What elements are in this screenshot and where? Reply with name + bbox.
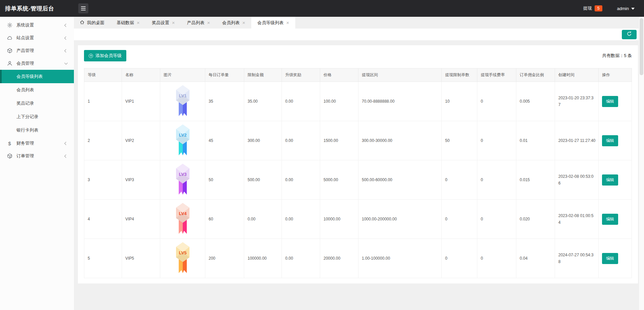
dollar-icon: $ xyxy=(7,141,12,146)
close-icon[interactable]: × xyxy=(242,20,245,25)
sidebar-subitem[interactable]: 会员列表 xyxy=(0,83,74,97)
cell-withdraw-range: 1.00-100000.00 xyxy=(358,239,442,278)
cell-commission: 0.005 xyxy=(516,82,555,121)
cell-name: VIP2 xyxy=(122,121,160,160)
svg-text:LV4: LV4 xyxy=(179,211,187,216)
app-title: 排单系统-管理后台 xyxy=(0,5,74,12)
level-badge-image: LV2 xyxy=(175,124,190,156)
cell-withdraw-limit: 0 xyxy=(442,160,477,200)
tab[interactable]: 奖品设置 × xyxy=(146,17,181,29)
scrollbar-thumb[interactable] xyxy=(640,18,643,75)
close-icon[interactable]: × xyxy=(207,20,210,25)
cell-commission: 0.015 xyxy=(516,160,555,200)
cell-actions: 编辑 xyxy=(599,200,632,239)
user-menu[interactable]: admin xyxy=(617,6,635,11)
table-header-row: 等级名称图片每日订单量限制金额升级奖励价格提现区间提现限制单数提现手续费率订单佣… xyxy=(84,68,632,82)
close-icon[interactable]: × xyxy=(172,20,175,25)
level-badge-image: LV3 xyxy=(175,163,190,196)
cell-actions: 编辑 xyxy=(599,239,632,278)
withdraw-label: 提现 xyxy=(583,5,592,11)
svg-text:LV2: LV2 xyxy=(179,133,186,138)
cell-created-time: 2023-01-27 11:27:40 xyxy=(555,121,599,160)
cell-withdraw-limit: 0 xyxy=(442,239,477,278)
top-header: 排单系统-管理后台 提现 5 admin xyxy=(0,0,644,17)
cell-upgrade-reward: 0.00 xyxy=(282,239,320,278)
cell-actions: 编辑 xyxy=(599,121,632,160)
cell-withdraw-fee: 0 xyxy=(477,160,516,200)
column-header: 价格 xyxy=(320,68,358,82)
edit-button[interactable]: 编辑 xyxy=(602,253,618,264)
cell-withdraw-fee: 0 xyxy=(477,82,516,121)
tab[interactable]: 基础数据 × xyxy=(111,17,146,29)
sidebar-subitem[interactable]: 上下分记录 xyxy=(0,110,74,123)
cell-image: LV1 xyxy=(160,82,205,121)
content-toolbar xyxy=(74,29,644,40)
edit-button[interactable]: 编辑 xyxy=(602,135,618,146)
cell-commission: 0.020 xyxy=(516,200,555,239)
scrollbar[interactable] xyxy=(639,17,644,310)
cell-daily-orders: 200 xyxy=(205,239,244,278)
cell-image: LV3 xyxy=(160,160,205,200)
hamburger-menu-icon[interactable] xyxy=(78,3,88,13)
plus-icon xyxy=(89,54,93,58)
sidebar-subitem[interactable]: 奖品记录 xyxy=(0,97,74,110)
table-row: 5 VIP5 LV5 200 100000.00 0.00 20000.00 1… xyxy=(84,239,632,278)
cell-upgrade-reward: 0.00 xyxy=(282,121,320,160)
cell-price: 1500.00 xyxy=(320,121,358,160)
cell-withdraw-limit: 50 xyxy=(442,121,477,160)
cell-created-time: 2023-02-08 01:00:54 xyxy=(555,200,599,239)
cell-withdraw-fee: 0 xyxy=(477,200,516,239)
cell-name: VIP4 xyxy=(122,200,160,239)
sidebar-subitem[interactable]: 会员等级列表 xyxy=(0,70,74,83)
cell-price: 10000.00 xyxy=(320,200,358,239)
sidebar-item-gear[interactable]: 系统设置 xyxy=(0,19,74,32)
cell-name: VIP1 xyxy=(122,82,160,121)
cell-created-time: 2023-01-20 23:37:37 xyxy=(555,82,599,121)
withdraw-menu[interactable]: 提现 5 xyxy=(583,5,602,11)
user-icon xyxy=(7,61,12,66)
sidebar-item-cube[interactable]: 产品管理 xyxy=(0,44,74,57)
cell-limit-amount: 300.00 xyxy=(244,121,282,160)
tab[interactable]: 产品列表 × xyxy=(181,17,216,29)
table-row: 4 VIP4 LV4 60 0.00 0.00 10000.00 1000.00… xyxy=(84,200,632,239)
member-level-table: 等级名称图片每日订单量限制金额升级奖励价格提现区间提现限制单数提现手续费率订单佣… xyxy=(84,68,632,278)
tab-bar: 我的桌面 × 基础数据 × 奖品设置 × 产品列表 × 会员列表 × 会员等级列… xyxy=(74,17,644,29)
column-header: 创建时间 xyxy=(555,68,599,82)
chevron-icon xyxy=(65,61,68,64)
column-header: 图片 xyxy=(160,68,205,82)
cell-withdraw-fee: 0 xyxy=(477,239,516,278)
tab[interactable]: 会员等级列表 × xyxy=(251,17,295,29)
level-badge-image: LV4 xyxy=(175,203,190,235)
cell-commission: 0.04 xyxy=(516,239,555,278)
package-icon xyxy=(7,153,12,159)
sidebar-item-user[interactable]: 会员管理 xyxy=(0,57,74,70)
refresh-button[interactable] xyxy=(622,30,637,39)
cell-withdraw-range: 1000.00-200000.00 xyxy=(358,200,442,239)
add-member-level-button[interactable]: 添加会员等级 xyxy=(84,50,126,61)
cell-level: 4 xyxy=(84,200,122,239)
edit-button[interactable]: 编辑 xyxy=(602,174,618,186)
cell-withdraw-range: 300.00-30000.00 xyxy=(358,121,442,160)
cell-limit-amount: 500.00 xyxy=(244,160,282,200)
cell-limit-amount: 100000.00 xyxy=(244,239,282,278)
sidebar-item-package[interactable]: 订单管理 xyxy=(0,150,74,162)
sidebar-item-cloud[interactable]: 站点设置 xyxy=(0,32,74,44)
cell-daily-orders: 50 xyxy=(205,160,244,200)
level-badge-image: LV1 xyxy=(175,85,190,117)
column-header: 提现限制单数 xyxy=(442,68,477,82)
column-header: 名称 xyxy=(122,68,160,82)
edit-button[interactable]: 编辑 xyxy=(602,96,618,107)
cell-level: 2 xyxy=(84,121,122,160)
cell-level: 5 xyxy=(84,239,122,278)
close-icon[interactable]: × xyxy=(137,20,140,25)
close-icon[interactable]: × xyxy=(286,20,289,25)
sidebar-subitem[interactable]: 银行卡列表 xyxy=(0,123,74,137)
sidebar-item-dollar[interactable]: $ 财务管理 xyxy=(0,137,74,150)
edit-button[interactable]: 编辑 xyxy=(602,214,618,225)
tab[interactable]: 我的桌面 × xyxy=(74,17,111,29)
level-badge-image: LV5 xyxy=(175,242,190,274)
cell-price: 5000.00 xyxy=(320,160,358,200)
cell-upgrade-reward: 0.00 xyxy=(282,82,320,121)
tab[interactable]: 会员列表 × xyxy=(216,17,251,29)
refresh-icon xyxy=(627,31,632,38)
